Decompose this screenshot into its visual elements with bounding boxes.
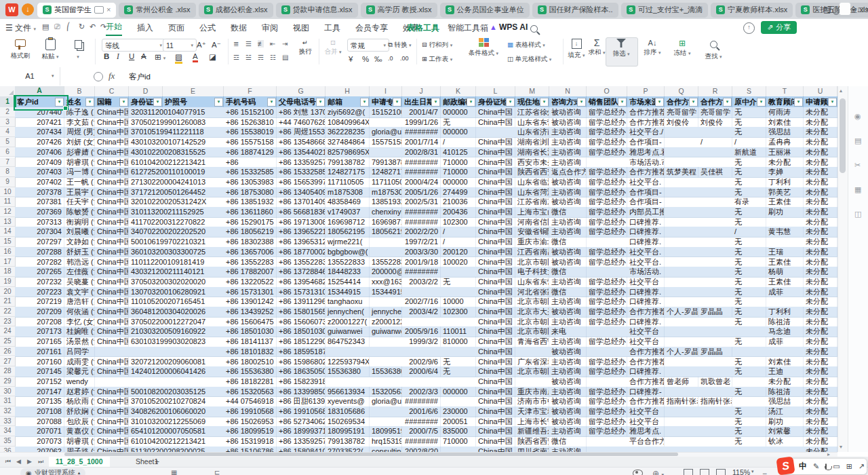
column-header-N[interactable]: N xyxy=(549,86,587,97)
cell[interactable]: China中国 xyxy=(95,277,129,287)
cell[interactable]: +86 1877000215 xyxy=(277,247,326,257)
cell[interactable]: China中国 xyxy=(95,297,129,307)
document-tab[interactable]: S医护五险一金.xlsx xyxy=(795,3,868,18)
menu-tab-开始[interactable]: 开始 xyxy=(106,18,122,37)
cell[interactable]: 北京市大兴 xyxy=(515,307,549,317)
scroll-down-icon[interactable]: ▾ xyxy=(840,444,842,450)
cell[interactable]: 135522833 xyxy=(326,257,370,267)
undo-icon[interactable]: ↶ xyxy=(90,22,96,31)
column-header-D[interactable]: D xyxy=(129,86,163,97)
cell[interactable]: China中国 xyxy=(95,147,129,157)
cell[interactable]: / xyxy=(441,237,476,247)
cell[interactable]: 511302200208200025 xyxy=(129,446,163,452)
cell[interactable]: China中国 xyxy=(95,117,129,128)
cell[interactable]: 主动咨询 xyxy=(549,127,587,137)
cell[interactable]: China中国 xyxy=(476,207,515,217)
cell[interactable]: +86 1354866895 xyxy=(277,137,326,147)
cell[interactable]: 口碑推荐. xyxy=(627,217,665,227)
cell[interactable]: +86 13701409 xyxy=(277,197,326,207)
cell[interactable]: 无 xyxy=(732,436,766,446)
column-header-J[interactable]: J xyxy=(402,86,441,97)
cell[interactable]: 筑梦美程 xyxy=(665,167,698,177)
cell[interactable]: 370105200210270824 xyxy=(129,396,163,406)
cell[interactable]: ######## xyxy=(402,217,441,227)
cell[interactable]: +86 18002510 xyxy=(224,357,277,367)
cell[interactable]: 社交平台 xyxy=(627,277,665,287)
cell[interactable]: 被动咨询 xyxy=(549,417,587,427)
cell[interactable]: 无 xyxy=(732,426,766,436)
cell[interactable]: China中国 xyxy=(476,157,515,168)
cell[interactable]: China中国 xyxy=(95,357,129,367)
cell[interactable]: 未分配 xyxy=(804,417,837,427)
cell[interactable]: China中国 xyxy=(95,267,129,277)
cell[interactable]: 留学总经办 xyxy=(587,147,627,157)
cell[interactable]: 口碑推荐. xyxy=(627,317,665,327)
cell[interactable]: 上海市长宁 xyxy=(515,417,549,427)
cell[interactable]: 梁馨元 (女 xyxy=(64,366,95,377)
cell[interactable]: 799138782 xyxy=(326,157,370,168)
cell[interactable]: 被动咨询 xyxy=(549,107,587,117)
format-painter-button[interactable]: 格式刷 xyxy=(7,39,34,60)
cell[interactable]: +86 1372884680 xyxy=(277,267,326,277)
cell[interactable]: 王素佳 xyxy=(766,257,804,267)
cell[interactable]: 180995191 xyxy=(326,426,370,436)
cell[interactable]: 207288 xyxy=(15,247,64,257)
sync-icon[interactable]: ↻ xyxy=(79,22,85,31)
cell[interactable]: 207165 xyxy=(15,337,64,347)
cell[interactable]: China中国 xyxy=(476,117,515,128)
cell[interactable]: 无 xyxy=(732,127,766,137)
cell[interactable]: guiwanwei xyxy=(370,326,402,337)
cell[interactable]: 未分配 xyxy=(804,377,837,387)
cell[interactable]: 未分配 xyxy=(804,366,837,377)
cell[interactable]: 湖南省长沙 xyxy=(515,147,549,157)
row-header-25[interactable]: 25 xyxy=(0,337,16,347)
cell[interactable]: 合作方推荐 xyxy=(627,396,665,406)
cell[interactable]: 612725200110100019 xyxy=(129,167,163,177)
panel-scissors-icon[interactable]: ✂ xyxy=(854,161,861,170)
cell[interactable]: 北京市朝阳 xyxy=(515,297,549,307)
cell[interactable]: gloria@uk( xyxy=(370,396,402,406)
cell[interactable]: 207208 xyxy=(15,317,64,327)
wrap-text-button[interactable]: ↵ 换行 xyxy=(296,39,315,56)
row-header-27[interactable]: 27 xyxy=(0,357,16,367)
column-header-H[interactable]: H xyxy=(326,86,370,97)
menu-tab-视图[interactable]: 视图 xyxy=(293,20,309,36)
row-header-33[interactable]: 33 xyxy=(0,417,16,427)
cell[interactable]: 亮哥留学 xyxy=(665,107,698,117)
cell[interactable]: 15536380 xyxy=(326,366,370,377)
cell[interactable]: China中国 xyxy=(95,436,129,446)
cell[interactable]: 130703200106280921 xyxy=(129,287,163,297)
page-view-icon[interactable] xyxy=(716,469,726,475)
ime-pen-icon[interactable]: ✎ xyxy=(813,462,819,471)
cell[interactable]: 未分配 xyxy=(804,237,837,247)
cell[interactable]: 未分配 xyxy=(804,227,837,237)
filter-dropdown-icon[interactable]: ▼ xyxy=(119,98,128,107)
status-outline-icon[interactable]: ⊑ xyxy=(214,469,220,475)
cell[interactable]: 李忆 (女) xyxy=(64,317,95,327)
cell[interactable]: ######## xyxy=(402,417,441,427)
cell[interactable]: 杨萌 xyxy=(766,267,804,277)
download-manager-icon[interactable]: ↓ xyxy=(22,3,34,16)
cell[interactable]: +86 1533258500 xyxy=(277,167,326,177)
cell[interactable]: 未分配 xyxy=(804,446,837,452)
cell[interactable]: 刘俊伶 xyxy=(698,117,732,128)
cell[interactable]: 返点合作方 xyxy=(549,167,587,177)
cell[interactable]: m1875308 xyxy=(326,187,370,197)
cell[interactable]: 王瑞 xyxy=(766,247,804,257)
cell[interactable]: 微信 xyxy=(549,287,587,297)
cell[interactable]: 200051 xyxy=(441,417,476,427)
filter-dropdown-icon[interactable]: ▼ xyxy=(214,98,223,107)
spreadsheet-grid[interactable]: ABCDEFGHIJKLMNOPQRSTU客户id▼姓名▼国籍▼身份证号▼护照号… xyxy=(0,86,837,452)
cell[interactable]: China中国 xyxy=(476,107,515,117)
filter-dropdown-icon[interactable]: ▼ xyxy=(655,98,664,107)
cell[interactable]: 电子科技大 xyxy=(515,267,549,277)
cell[interactable]: 未分配 xyxy=(804,406,837,417)
cell[interactable]: 社交平台. xyxy=(627,257,665,267)
cell[interactable]: China中国 xyxy=(476,426,515,436)
normal-view-icon[interactable] xyxy=(684,469,693,475)
cell[interactable]: 刘妍 (女) xyxy=(64,137,95,147)
increase-decimal-icon[interactable]: .00 xyxy=(400,55,409,62)
cell[interactable]: 留学总经办 xyxy=(587,137,627,147)
document-tab[interactable]: S可过_支付宝+_滴滴 xyxy=(621,3,709,18)
filter-dropdown-icon[interactable]: ▼ xyxy=(393,98,401,107)
